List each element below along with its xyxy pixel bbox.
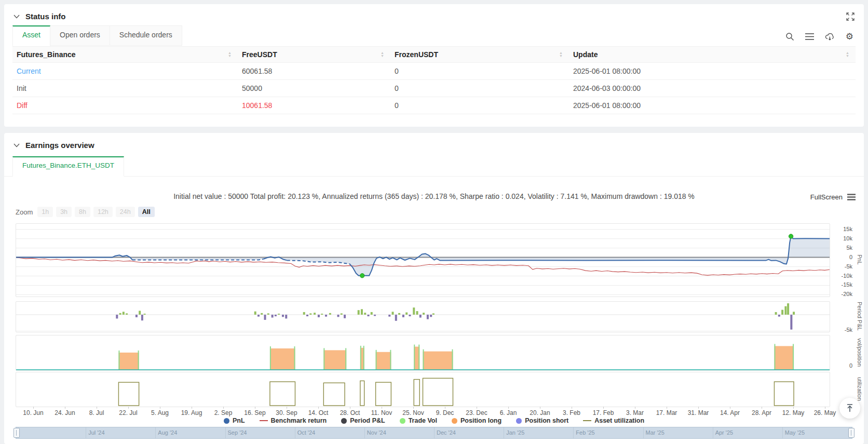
x-axis-tick: [667, 407, 667, 409]
tab-asset[interactable]: Asset: [12, 25, 50, 46]
x-axis-label: 26. May: [814, 409, 836, 416]
legend-dot-marker: [224, 418, 229, 424]
table-toolbar: ⚙: [785, 32, 853, 46]
back-to-top-button[interactable]: [839, 398, 860, 419]
zoom-button-1h[interactable]: 1h: [37, 207, 53, 217]
pnl-y-tick: 5k: [831, 245, 852, 251]
expand-icon[interactable]: [846, 12, 855, 21]
zoom-button-24h[interactable]: 24h: [116, 207, 135, 217]
x-axis-ticks: [4, 407, 864, 409]
collapse-chevron-icon[interactable]: [13, 15, 20, 19]
asset-table-header: Futures_Binance▲▼FreeUSDT▲▼FrozenUSDT▲▼U…: [12, 47, 856, 63]
x-axis-tick: [698, 407, 699, 409]
x-axis-label: 3. Feb: [563, 409, 580, 416]
vol-y-tick: 0: [831, 362, 852, 369]
row-label-cell[interactable]: Current: [12, 63, 238, 80]
row-label-cell: Init: [12, 80, 238, 97]
x-axis-label: 5. Aug: [151, 409, 169, 416]
zoom-buttons: 1h3h8h12h24hAll: [37, 207, 154, 217]
menu-icon[interactable]: [805, 33, 814, 41]
pnl-y-tick: 0: [831, 254, 852, 260]
legend-label: Position short: [525, 417, 568, 424]
table-row: Diff10061.5802025-06-01 08:00:00: [12, 97, 856, 114]
navigator-month-label: Dec '24: [437, 429, 456, 436]
pnl-pane[interactable]: [16, 223, 830, 297]
value-cell: 0: [390, 63, 569, 80]
vol-position-chart[interactable]: [16, 335, 830, 370]
sorter-icon[interactable]: ▲▼: [846, 51, 849, 58]
legend-item-period-p-l[interactable]: Period P&L: [341, 417, 385, 424]
column-header-futures-binance[interactable]: Futures_Binance▲▼: [12, 47, 238, 63]
x-axis-label: 16. Sep: [244, 409, 265, 416]
cloud-download-icon[interactable]: [825, 33, 835, 41]
pnl-y-tick: -5k: [831, 263, 852, 270]
zoom-button-3h[interactable]: 3h: [56, 207, 72, 217]
column-label: FreeUSDT: [242, 50, 277, 59]
column-label: Futures_Binance: [17, 50, 76, 59]
legend-item-asset-utilization[interactable]: Asset utilization: [583, 417, 644, 424]
search-icon[interactable]: [785, 32, 794, 41]
column-header-frozenusdt[interactable]: FrozenUSDT▲▼: [390, 47, 569, 63]
fullscreen-button[interactable]: FullScreen: [810, 193, 856, 201]
legend-item-benchmark-return[interactable]: Benchmark return: [260, 417, 327, 424]
sorter-icon[interactable]: ▲▼: [559, 51, 563, 58]
period-pnl-chart[interactable]: [16, 302, 830, 332]
x-axis-label: 30. Sep: [276, 409, 297, 416]
chart-legend: PnLBenchmark returnPeriod P&LTrade VolPo…: [4, 417, 864, 424]
fullscreen-label[interactable]: FullScreen: [810, 193, 843, 201]
x-axis-tick: [540, 407, 540, 409]
navigator-left-handle[interactable]: [13, 428, 20, 438]
x-axis-tick: [33, 407, 34, 409]
zoom-button-all[interactable]: All: [138, 207, 155, 217]
sorter-icon[interactable]: ▲▼: [381, 51, 384, 58]
utilization-pane[interactable]: [16, 372, 830, 407]
column-header-update[interactable]: Update▲▼: [569, 47, 856, 63]
settings-icon[interactable]: ⚙: [846, 32, 853, 41]
vol-position-axis-title: vol/position: [856, 335, 863, 370]
status-info-header: Status info: [4, 4, 864, 25]
asset-table: Futures_Binance▲▼FreeUSDT▲▼FrozenUSDT▲▼U…: [12, 46, 856, 114]
value-cell: 0: [390, 80, 569, 97]
x-axis-label: 23. Dec: [466, 409, 487, 416]
utilization-chart[interactable]: [16, 372, 830, 407]
navigator-month-label: Apr '25: [715, 429, 734, 436]
earnings-title: Earnings overview: [25, 141, 94, 150]
legend-item-position-long[interactable]: Position long: [452, 417, 501, 424]
legend-item-position-short[interactable]: Position short: [516, 417, 568, 424]
legend-item-trade-vol[interactable]: Trade Vol: [400, 417, 437, 424]
pnl-axis-title: PnL: [856, 223, 863, 296]
x-axis-tick: [508, 407, 509, 409]
column-header-freeusdt[interactable]: FreeUSDT▲▼: [238, 47, 390, 63]
period-pnl-pane[interactable]: [16, 301, 830, 332]
zoom-label: Zoom: [16, 208, 33, 216]
zoom-button-8h[interactable]: 8h: [75, 207, 90, 217]
x-axis-tick: [445, 407, 445, 409]
range-navigator[interactable]: Jul '24Aug '24Sep '24Oct '24Nov '24Dec '…: [16, 427, 852, 439]
x-axis-label: 31. Mar: [688, 409, 709, 416]
navigator-month-label: Jan '25: [506, 429, 524, 436]
sorter-icon[interactable]: ▲▼: [228, 51, 232, 58]
zoom-button-12h[interactable]: 12h: [93, 207, 113, 217]
legend-item-pnl[interactable]: PnL: [224, 417, 245, 424]
tab-futures-binance-eth-usdt[interactable]: Futures_Binance.ETH_USDT: [12, 156, 124, 177]
tab-open-orders[interactable]: Open orders: [50, 25, 110, 46]
vol-position-pane[interactable]: [16, 335, 830, 371]
pnl-y-tick: 10k: [831, 235, 852, 241]
navigator-gridline: [155, 427, 156, 438]
x-axis-label: 8. Jul: [89, 409, 104, 416]
chart-menu-icon[interactable]: [847, 194, 856, 200]
pnl-chart[interactable]: [16, 224, 830, 297]
x-axis-label: 24. Jun: [55, 409, 75, 416]
legend-label: Position long: [460, 417, 501, 424]
pnl-y-tick: -15k: [831, 281, 852, 288]
navigator-gridline: [225, 427, 226, 438]
navigator-month-label: Oct '24: [297, 429, 316, 436]
x-axis-label: 25. Nov: [402, 409, 424, 416]
status-info-title: Status info: [25, 12, 66, 21]
collapse-chevron-icon[interactable]: [13, 143, 20, 147]
x-axis-tick: [97, 407, 97, 409]
navigator-right-handle[interactable]: [848, 428, 855, 438]
x-axis-tick: [160, 407, 160, 409]
x-axis-tick: [572, 407, 572, 409]
tab-schedule-orders[interactable]: Schedule orders: [110, 25, 182, 46]
